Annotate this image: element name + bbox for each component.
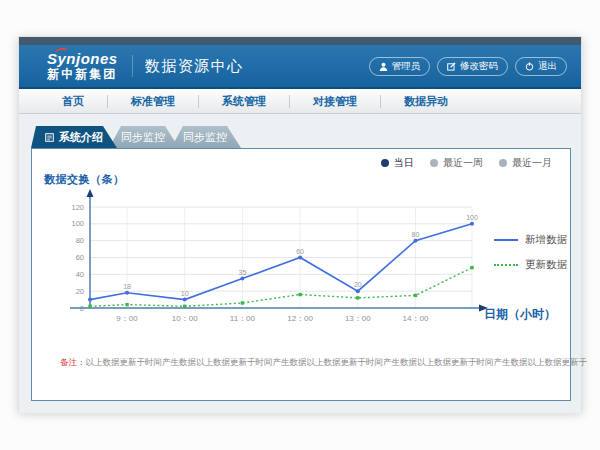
- legend-label: 新增数据: [525, 233, 567, 247]
- main-nav: 首页标准管理系统管理对接管理数据异动: [19, 89, 581, 114]
- radio-option-2[interactable]: 最近一周: [430, 156, 483, 170]
- svg-text:11：00: 11：00: [230, 314, 256, 323]
- svg-text:100: 100: [71, 219, 84, 228]
- radio-label: 最近一月: [512, 156, 552, 170]
- radio-dot-icon: [499, 159, 507, 167]
- legend-label: 更新数据: [525, 258, 567, 272]
- change-password-label: 修改密码: [460, 60, 498, 73]
- legend-item-2[interactable]: 更新数据: [494, 258, 567, 272]
- time-range-filter: 当日最近一周最近一月: [381, 156, 552, 170]
- radio-option-1[interactable]: 当日: [381, 156, 414, 170]
- svg-text:18: 18: [123, 283, 131, 290]
- content-area: 系统介绍同步监控同步监控 当日最近一周最近一月 数据交换（条） 02040608…: [19, 114, 581, 413]
- page-title: 数据资源中心: [145, 57, 244, 76]
- dotted-line-icon: [494, 264, 518, 266]
- footnote-prefix: 备注：: [60, 357, 86, 367]
- header-divider: [132, 55, 133, 77]
- footnote-text: 以上数据更新于时间产生数据以上数据更新于时间产生数据以上数据更新于时间产生数据以…: [86, 357, 588, 367]
- svg-text:80: 80: [412, 231, 420, 238]
- radio-option-3[interactable]: 最近一月: [499, 156, 552, 170]
- logo-text-en: Synjones: [47, 51, 118, 67]
- tab-3[interactable]: 同步监控: [169, 126, 241, 148]
- svg-text:9：00: 9：00: [116, 314, 138, 323]
- radio-dot-icon: [381, 159, 389, 167]
- svg-text:120: 120: [71, 203, 84, 212]
- logo: Synjones 新中新集团: [47, 51, 118, 80]
- nav-item-4[interactable]: 对接管理: [290, 94, 380, 109]
- legend-item-1[interactable]: 新增数据: [494, 233, 567, 247]
- svg-text:60: 60: [76, 253, 84, 262]
- tab-1[interactable]: 系统介绍: [31, 126, 117, 148]
- user-button[interactable]: 管理员: [369, 57, 431, 76]
- svg-text:100: 100: [466, 214, 478, 221]
- svg-text:14：00: 14：00: [403, 314, 429, 323]
- user-label: 管理员: [392, 60, 421, 73]
- chart-legend: 新增数据更新数据: [494, 233, 567, 272]
- footnote: 备注：以上数据更新于时间产生数据以上数据更新于时间产生数据以上数据更新于时间产生…: [60, 357, 587, 369]
- nav-item-1[interactable]: 首页: [39, 94, 107, 109]
- line-chart: 0204060801001209：0010：0011：0012：0013：001…: [32, 189, 522, 334]
- solid-line-icon: [494, 239, 518, 241]
- svg-text:20: 20: [354, 281, 362, 288]
- svg-text:40: 40: [76, 270, 84, 279]
- logo-text-cn: 新中新集团: [47, 68, 118, 81]
- header-actions: 管理员 修改密码 退出: [369, 57, 568, 76]
- svg-text:35: 35: [239, 269, 247, 276]
- svg-text:60: 60: [296, 248, 304, 255]
- x-axis-title: 日期（小时）: [484, 306, 556, 323]
- edit-icon: [447, 62, 456, 71]
- user-icon: [379, 62, 388, 71]
- tab-label: 同步监控: [183, 130, 227, 145]
- svg-text:10: 10: [181, 290, 189, 297]
- logout-button[interactable]: 退出: [515, 57, 567, 76]
- tab-strip: 系统介绍同步监控同步监控: [31, 126, 241, 148]
- y-axis-title: 数据交换（条）: [44, 172, 125, 187]
- svg-text:80: 80: [76, 236, 84, 245]
- tab-label: 系统介绍: [59, 130, 103, 145]
- document-icon: [45, 133, 54, 142]
- radio-dot-icon: [430, 159, 438, 167]
- app-window: Synjones 新中新集团 数据资源中心 管理员 修改密码: [18, 36, 582, 412]
- tab-2[interactable]: 同步监控: [107, 126, 179, 148]
- nav-item-3[interactable]: 系统管理: [199, 94, 289, 109]
- nav-item-5[interactable]: 数据异动: [381, 94, 471, 109]
- tab-label: 同步监控: [121, 130, 165, 145]
- power-icon: [525, 62, 534, 71]
- logout-label: 退出: [538, 60, 557, 73]
- svg-text:12：00: 12：00: [287, 314, 313, 323]
- radio-label: 当日: [394, 156, 414, 170]
- radio-label: 最近一周: [443, 156, 483, 170]
- chart-panel: 当日最近一周最近一月 数据交换（条） 0204060801001209：0010…: [31, 148, 571, 401]
- app-header: Synjones 新中新集团 数据资源中心 管理员 修改密码: [19, 45, 581, 89]
- svg-text:20: 20: [76, 287, 84, 296]
- nav-item-2[interactable]: 标准管理: [108, 94, 198, 109]
- svg-text:13：00: 13：00: [345, 314, 371, 323]
- window-top-stripe: [19, 37, 581, 45]
- change-password-button[interactable]: 修改密码: [437, 57, 508, 76]
- svg-text:10：00: 10：00: [172, 314, 198, 323]
